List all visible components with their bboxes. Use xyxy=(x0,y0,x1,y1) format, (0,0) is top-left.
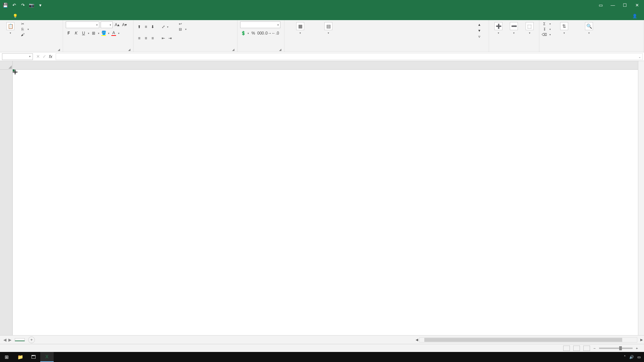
zoom-in-button[interactable]: + xyxy=(636,346,638,350)
fill-color-button[interactable]: 🪣 xyxy=(101,30,107,36)
font-launcher-icon[interactable]: ◢ xyxy=(128,48,130,51)
insert-cells-button[interactable]: ➕▾ xyxy=(492,21,505,35)
alignment-launcher-icon[interactable]: ◢ xyxy=(232,48,234,51)
clear-button[interactable]: ⌫ ▾ xyxy=(542,32,551,37)
enter-formula-icon[interactable]: ✓ xyxy=(43,54,46,59)
format-as-table-button[interactable]: ▤ ▾ xyxy=(315,21,341,35)
styles-scroll-up-icon[interactable]: ▴ xyxy=(476,21,482,27)
tab-file[interactable] xyxy=(1,17,9,20)
italic-button[interactable]: K xyxy=(73,30,79,36)
increase-indent-icon[interactable]: ⇥ xyxy=(167,35,173,41)
file-explorer-icon[interactable]: 📁 xyxy=(13,352,27,362)
underline-button[interactable]: U xyxy=(80,30,87,36)
bold-button[interactable]: F xyxy=(66,30,72,36)
worksheet-grid[interactable] xyxy=(0,61,644,335)
select-all-corner[interactable] xyxy=(0,61,12,70)
fill-button[interactable]: ↧ ▾ xyxy=(542,27,551,32)
sort-filter-icon: ⇅ xyxy=(560,22,568,30)
ribbon-display-icon[interactable]: ▭ xyxy=(598,3,604,8)
taskbar-app-icon[interactable]: 🗔 xyxy=(27,352,40,362)
paste-button[interactable]: 📋 ▾ xyxy=(3,21,18,35)
align-right-icon[interactable]: ≡ xyxy=(150,35,156,41)
find-select-button[interactable]: 🔍▾ xyxy=(578,21,600,35)
format-cells-button[interactable]: ⬚▾ xyxy=(523,21,536,35)
zoom-out-button[interactable]: − xyxy=(593,346,595,350)
merge-center-button[interactable]: ⊟ ▾ xyxy=(178,27,186,32)
copy-button[interactable]: ⎘ ▾ xyxy=(20,27,29,32)
font-size-select[interactable]: ▾ xyxy=(101,21,113,28)
excel-taskbar-icon[interactable]: X xyxy=(40,352,54,362)
zoom-slider[interactable] xyxy=(599,348,633,349)
windows-taskbar: ⊞ 📁 🗔 X ˄ 🔊 ▭ xyxy=(0,352,644,362)
sort-filter-button[interactable]: ⇅▾ xyxy=(553,21,576,35)
sheet-nav-next-icon[interactable]: ▶ xyxy=(8,338,11,342)
align-center-icon[interactable]: ≡ xyxy=(143,35,149,41)
redo-icon[interactable]: ↷ xyxy=(20,2,25,8)
number-format-select[interactable]: ▾ xyxy=(240,21,280,28)
align-middle-icon[interactable]: ≡ xyxy=(143,24,149,30)
add-sheet-button[interactable]: + xyxy=(28,337,35,343)
page-layout-view-button[interactable] xyxy=(573,346,580,351)
expand-formula-bar-icon[interactable]: ⌄ xyxy=(637,53,643,60)
tray-chevron-icon[interactable]: ˄ xyxy=(624,355,626,359)
number-launcher-icon[interactable]: ◢ xyxy=(279,48,281,51)
formula-input[interactable] xyxy=(56,53,637,60)
cell-cursor-icon xyxy=(13,70,17,74)
horizontal-scrollbar[interactable] xyxy=(419,337,637,343)
decrease-indent-icon[interactable]: ⇤ xyxy=(160,35,166,41)
format-painter-button[interactable]: 🖌 xyxy=(20,32,29,37)
vertical-scrollbar[interactable] xyxy=(638,61,644,335)
undo-icon[interactable]: ↶ xyxy=(11,2,17,8)
decrease-decimal-icon[interactable]: ←.0 xyxy=(272,30,278,36)
save-icon[interactable]: 💾 xyxy=(3,2,8,8)
autosum-button[interactable]: Σ ▾ xyxy=(542,21,551,26)
hscroll-right-icon[interactable]: ▶ xyxy=(639,338,644,342)
group-number: ▾ 💲▾ % 000 .0→ ←.0 ◢ xyxy=(237,20,284,52)
accounting-format-icon[interactable]: 💲 xyxy=(240,30,246,36)
increase-font-icon[interactable]: A▴ xyxy=(114,22,120,28)
styles-more-icon[interactable]: ▿ xyxy=(476,34,482,40)
cancel-formula-icon[interactable]: ✕ xyxy=(36,54,40,59)
align-bottom-icon[interactable]: ⬇ xyxy=(150,24,156,30)
sheet-nav-prev-icon[interactable]: ◀ xyxy=(3,338,6,342)
clipboard-launcher-icon[interactable]: ◢ xyxy=(58,48,60,51)
camera-icon[interactable]: 📷 xyxy=(29,2,34,8)
styles-scroll-down-icon[interactable]: ▾ xyxy=(476,27,482,34)
format-as-table-icon: ▤ xyxy=(324,22,332,30)
status-bar: − + xyxy=(0,344,644,352)
ribbon: 📋 ▾ ✂ ⎘ ▾ 🖌 ◢ ▾ ▾ A▴ A▾ F K U▾ xyxy=(0,20,644,52)
tray-lang-icon[interactable]: ▭ xyxy=(637,355,641,359)
percent-format-icon[interactable]: % xyxy=(250,30,256,36)
tray-volume-icon[interactable]: 🔊 xyxy=(629,355,634,359)
insert-cells-icon: ➕ xyxy=(494,22,502,30)
increase-decimal-icon[interactable]: .0→ xyxy=(265,30,271,36)
font-color-button[interactable]: A xyxy=(111,30,117,36)
normal-view-button[interactable] xyxy=(563,346,570,351)
close-icon[interactable]: ✕ xyxy=(634,3,640,8)
name-box[interactable]: ▾ xyxy=(2,53,33,60)
sheet-tab[interactable] xyxy=(15,338,25,341)
tell-me-search[interactable]: 💡 xyxy=(9,12,23,20)
fx-icon[interactable]: fx xyxy=(49,54,52,59)
orientation-icon[interactable]: ⤢ xyxy=(160,24,166,30)
align-top-icon[interactable]: ⬆ xyxy=(136,24,142,30)
start-button[interactable]: ⊞ xyxy=(0,352,13,362)
conditional-formatting-button[interactable]: ▦ ▾ xyxy=(287,21,313,35)
wrap-text-button[interactable]: ↩ xyxy=(178,21,186,26)
autosum-icon: Σ xyxy=(542,21,547,26)
minimize-icon[interactable]: — xyxy=(610,3,616,8)
comma-format-icon[interactable]: 000 xyxy=(258,30,264,36)
decrease-font-icon[interactable]: A▾ xyxy=(121,22,127,28)
delete-cells-button[interactable]: ➖▾ xyxy=(507,21,521,35)
share-button[interactable]: 👤 xyxy=(628,12,644,20)
cut-button[interactable]: ✂ xyxy=(20,21,29,26)
maximize-icon[interactable]: ☐ xyxy=(622,3,628,8)
hscroll-left-icon[interactable]: ◀ xyxy=(415,338,419,342)
page-break-view-button[interactable] xyxy=(583,346,590,351)
formula-bar: ▾ ✕ ✓ fx ⌄ xyxy=(0,52,644,61)
qat-more-icon[interactable]: ▾ xyxy=(38,2,43,8)
conditional-formatting-icon: ▦ xyxy=(296,22,304,30)
border-button[interactable]: ⊞ xyxy=(91,30,97,36)
font-name-select[interactable]: ▾ xyxy=(66,21,99,28)
align-left-icon[interactable]: ≡ xyxy=(136,35,142,41)
